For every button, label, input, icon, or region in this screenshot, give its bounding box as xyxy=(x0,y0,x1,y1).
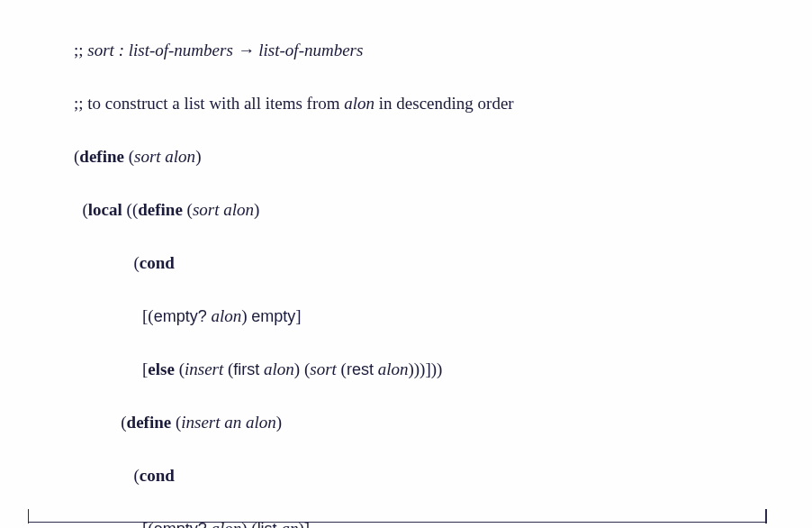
code-line-6: [(empty? alon) empty] xyxy=(74,303,783,330)
paren: ( xyxy=(223,360,233,378)
code-line-2: ;; to construct a list with all items fr… xyxy=(74,90,783,116)
code-var: an xyxy=(281,519,298,528)
fn-rest: rest xyxy=(347,360,374,378)
paren: ) ( xyxy=(294,360,310,378)
paren: ( xyxy=(175,360,185,378)
paren: )))])) xyxy=(408,360,442,378)
fn-first: first xyxy=(233,360,259,378)
code-line-7: [else (insert (first alon) (sort (rest a… xyxy=(74,356,783,383)
paren: ( xyxy=(74,466,140,485)
paren: ( xyxy=(74,200,88,219)
code-var: alon xyxy=(264,360,294,378)
code-block: ;; sort : list-of-numbers → list-of-numb… xyxy=(74,11,783,528)
paren: ) xyxy=(276,413,282,432)
code-var: insert an alon xyxy=(181,413,276,432)
paren: ) xyxy=(241,306,251,325)
paren: [( xyxy=(74,519,154,528)
paren: [ xyxy=(74,360,148,378)
paren: ) ( xyxy=(241,519,257,528)
code-var: sort alon xyxy=(134,147,195,166)
fn-empty-q: empty? xyxy=(154,307,207,325)
paren: ] xyxy=(295,306,301,325)
code-var: alon xyxy=(344,94,374,113)
paren: ( xyxy=(124,147,134,166)
paren: [( xyxy=(74,306,154,325)
paren: ( xyxy=(183,200,193,219)
code-var: sort alon xyxy=(193,200,254,219)
page: ;; sort : list-of-numbers → list-of-numb… xyxy=(0,0,812,528)
kw-define: define xyxy=(127,413,172,432)
code-text: ;; to construct a list with all items fr… xyxy=(74,94,344,113)
kw-local: local xyxy=(88,200,122,219)
code-line-1: ;; sort : list-of-numbers → list-of-numb… xyxy=(74,37,783,63)
lit-empty: empty xyxy=(251,307,295,325)
kw-define: define xyxy=(79,147,124,166)
code-text: in descending order xyxy=(374,94,514,113)
code-line-5: (cond xyxy=(74,250,783,276)
code-line-8: (define (insert an alon) xyxy=(74,409,783,435)
kw-else: else xyxy=(148,360,175,378)
code-line-9: (cond xyxy=(74,462,783,488)
code-var: alon xyxy=(211,519,241,528)
kw-cond: cond xyxy=(140,253,175,272)
paren: ) xyxy=(195,147,201,166)
footer-rule xyxy=(29,522,765,523)
code-line-4: (local ((define (sort alon) xyxy=(74,196,783,223)
code-text: ;; xyxy=(74,41,87,59)
code-var: alon xyxy=(211,306,241,325)
kw-define: define xyxy=(138,200,183,219)
paren: ( xyxy=(337,360,347,378)
kw-cond: cond xyxy=(140,466,175,485)
fn-insert: insert xyxy=(185,360,223,378)
paren: ( xyxy=(171,413,181,432)
code-comment: sort : list-of-numbers → list-of-numbers xyxy=(87,41,363,59)
paren: ( xyxy=(74,253,140,272)
paren: ) xyxy=(254,200,259,219)
code-line-3: (define (sort alon) xyxy=(74,143,783,169)
code-var: alon xyxy=(378,360,409,378)
paren: )] xyxy=(298,519,310,528)
paren: ( xyxy=(74,413,127,432)
paren: (( xyxy=(122,200,138,219)
fn-sort: sort xyxy=(310,360,337,378)
